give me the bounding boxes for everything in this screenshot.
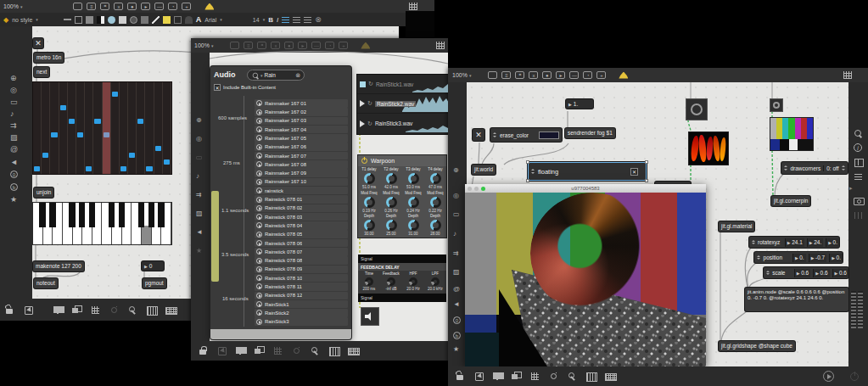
item-play-icon[interactable] [256, 319, 262, 325]
object-box-icon[interactable] [488, 71, 497, 79]
lock-icon[interactable] [199, 346, 208, 355]
sequencer-step[interactable] [59, 82, 68, 174]
playlist-clip[interactable]: ↻ RainStick3.wav [357, 114, 448, 133]
window-icon[interactable]: ▭ [453, 211, 460, 218]
knob-dial[interactable] [430, 173, 441, 184]
knob-dial[interactable] [431, 277, 440, 286]
resize-handle[interactable] [645, 179, 648, 182]
snapshot-camera-icon[interactable] [854, 196, 863, 207]
piano-icon[interactable] [586, 372, 596, 381]
knob-cell[interactable]: Feedback -inf dB [380, 271, 402, 294]
sequencer-step[interactable] [163, 82, 171, 174]
playbar-icon[interactable]: ▸ [556, 71, 565, 79]
message-box-icon[interactable]: ≡ [244, 42, 253, 49]
italic-button[interactable]: I [277, 16, 278, 24]
device-titlebar[interactable]: Warpoon [358, 155, 446, 166]
sequencer-step[interactable] [103, 82, 111, 174]
item-play-icon[interactable] [256, 258, 262, 264]
video-preview-colorbars[interactable] [770, 118, 813, 150]
zero-badge-icon[interactable]: 0 [453, 316, 461, 324]
audio-status-icon[interactable]: ⊕ [196, 117, 202, 124]
keyboard-icon[interactable] [605, 372, 614, 381]
message-box-icon[interactable]: ≡ [87, 3, 96, 10]
item-play-icon[interactable] [256, 179, 262, 185]
object-box-icon[interactable] [230, 42, 239, 49]
paint-icon[interactable] [549, 372, 558, 381]
beap-icon[interactable] [619, 72, 628, 79]
scale-attrui[interactable]: scale ▶0.6 ▶0.6 ▶0.6 [764, 267, 848, 278]
number-cell[interactable]: ▶0. [792, 254, 806, 262]
browser-item[interactable]: Rainmaker 167 01 [255, 99, 348, 108]
number-cell[interactable]: ▶-0.7 [809, 254, 827, 262]
browser-item[interactable]: Rainstick 078 03 [255, 213, 348, 221]
black-key[interactable] [89, 203, 95, 227]
browser-item[interactable]: Rainstick 078 12 [255, 292, 348, 300]
browser-item[interactable]: Rainmaker 167 02 [255, 108, 348, 116]
audio-power-button[interactable] [850, 372, 859, 381]
knob-cell[interactable]: Mod Freq 0.22 Hz [424, 190, 446, 214]
circle-dark-icon[interactable] [130, 16, 137, 24]
circle-fill-icon[interactable] [108, 16, 115, 24]
piano-icon[interactable] [329, 346, 339, 355]
feedback-delay-titlebar[interactable]: FEEDBACK DELAY [358, 263, 446, 271]
step-sequencer[interactable] [33, 82, 171, 174]
sequencer-step[interactable] [50, 82, 59, 174]
gridshape-object[interactable]: jit.gl.gridshape @shape cube [719, 341, 795, 351]
black-key[interactable] [49, 203, 55, 227]
comment-icon[interactable]: ❝ [100, 3, 109, 10]
next-object[interactable]: next [34, 67, 49, 77]
presentation-icon[interactable] [236, 346, 245, 355]
comment-icon[interactable]: ❝ [515, 71, 524, 79]
patcher-grid-icon[interactable] [843, 71, 852, 79]
sequencer-note[interactable] [120, 166, 126, 171]
loop-icon[interactable]: ↻ [368, 81, 373, 87]
dial-icon[interactable]: ◔ [168, 3, 177, 10]
toggle-object[interactable]: ✕ [473, 129, 484, 141]
select-tool-icon[interactable] [24, 305, 33, 315]
number-cell[interactable]: ▶0.6 [832, 269, 848, 277]
target-icon[interactable]: ◎ [453, 193, 459, 199]
paint-icon[interactable] [292, 346, 301, 355]
item-play-icon[interactable] [256, 118, 262, 124]
toggle-icon[interactable]: x [271, 42, 280, 49]
sequencer-step[interactable] [85, 82, 93, 174]
playbar-icon[interactable]: ▸ [298, 42, 307, 49]
browser-item[interactable]: Rainstick 078 01 [255, 195, 348, 204]
item-play-icon[interactable] [256, 222, 262, 228]
black-key[interactable] [109, 203, 115, 227]
drawcorners-attrui[interactable]: drawcorners 0: off [781, 162, 848, 174]
sequencer-step[interactable] [42, 82, 50, 174]
floating-checkbox[interactable]: ✕ [630, 168, 638, 176]
layers-icon[interactable] [512, 372, 521, 381]
browser-item[interactable]: Rainmaker 167 09 [255, 169, 348, 177]
floating-attrui-selected[interactable]: floating ✕ [528, 162, 647, 181]
knob-cell[interactable]: T1 delay 51.0 ms [358, 166, 380, 190]
fog-float-box[interactable]: ▶ 1. [566, 99, 593, 109]
sequencer-step[interactable] [33, 82, 42, 174]
comment-icon[interactable]: ❝ [257, 42, 266, 49]
picture-icon[interactable]: ▨ [10, 134, 18, 142]
item-play-icon[interactable] [256, 109, 262, 115]
render-window-titlebar[interactable]: u977004583 [465, 184, 706, 193]
layers-icon[interactable] [255, 346, 264, 355]
rect-half-icon[interactable] [97, 16, 104, 24]
item-play-icon[interactable] [256, 283, 262, 289]
midi-note-icon[interactable]: ♪ [453, 231, 456, 238]
item-play-icon[interactable] [256, 293, 262, 299]
material-object-right[interactable]: jit.gl.material [719, 221, 754, 232]
zero-badge-icon[interactable]: 0 [10, 171, 18, 178]
knob-cell[interactable]: Mod Freq 0.19 Hz [358, 190, 380, 214]
sequencer-note[interactable] [34, 166, 40, 171]
attrui-spinner-icon[interactable] [752, 240, 755, 245]
routing-icon[interactable]: ⇉ [196, 192, 202, 199]
patcher-grid-icon[interactable] [436, 42, 445, 49]
grid-toggle-icon[interactable] [273, 346, 283, 355]
zoom-level[interactable]: 100%▾ [452, 72, 471, 78]
knob-dial[interactable] [386, 197, 397, 208]
item-play-icon[interactable] [256, 100, 262, 106]
square-light-icon[interactable] [119, 16, 126, 24]
color-swatch[interactable] [539, 131, 559, 139]
browser-item[interactable]: rainstick [255, 187, 348, 195]
rect-outline-icon[interactable] [75, 16, 82, 24]
anim-node-object[interactable]: jit.anim.node @scale 0.6 0.6 0.6 @positi… [745, 288, 848, 311]
